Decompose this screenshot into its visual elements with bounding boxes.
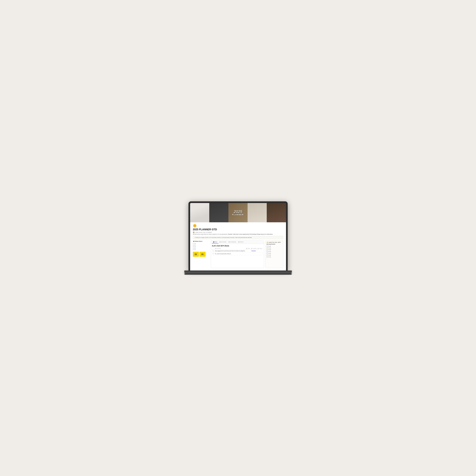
quote-banner: 🌟 Estoy en el lugar correcto, en el mome… bbox=[193, 236, 283, 239]
row-select-2 bbox=[257, 252, 263, 255]
todo-item: To-do bbox=[266, 247, 282, 249]
row-name-1: Aquí agrega todo lo que tienes que hacer… bbox=[214, 249, 246, 252]
right-panel: 🌞 HABITOS DEL MES Morning Routine To-do bbox=[265, 240, 283, 268]
metas-list: 1. List 2. List 3. List 4. List 5. List bbox=[193, 243, 210, 250]
screen-bezel: 2025 PLANNER 🌼 2025 PLANNER GTD bbox=[189, 201, 288, 271]
author-name: Odett García bbox=[195, 232, 203, 233]
hero-banner: 2025 PLANNER bbox=[190, 203, 286, 222]
table-row: Aquí agrega todo lo que tienes que hacer… bbox=[212, 249, 263, 252]
tab-ssnoze-label: Ssnoze bbox=[240, 241, 244, 242]
scene: 2025 PLANNER 🌼 2025 PLANNER GTD bbox=[184, 201, 292, 275]
todo-checkbox[interactable] bbox=[266, 256, 268, 257]
col-select: Select bbox=[257, 248, 263, 249]
sun-icon: 🌞 bbox=[266, 242, 268, 243]
list-item: 1. List bbox=[193, 243, 210, 244]
col-date: Date bbox=[246, 248, 250, 249]
list-item: 2. List bbox=[193, 244, 210, 246]
tab-accionable-label: Accionable bbox=[221, 241, 226, 242]
butterfly-icon: 🦋 bbox=[193, 240, 194, 242]
center-panel: Inbox Accionable Incubadoras bbox=[211, 240, 264, 268]
tab-incubadoras-label: Incubadoras bbox=[230, 241, 236, 242]
todo-label: To-do bbox=[268, 246, 271, 247]
page-content: 🌼 2025 PLANNER GTD Odett García Dec 13 (… bbox=[190, 222, 286, 271]
tab-incubadoras[interactable]: Incubadoras bbox=[228, 241, 237, 243]
col-name: Aa Name bbox=[214, 248, 246, 249]
table-row: 🐾 Sacar cita para baño de Bruno bbox=[212, 252, 263, 255]
page-title: 2025 PLANNER GTD bbox=[193, 228, 283, 231]
hero-text: 2025 PLANNER bbox=[232, 210, 244, 216]
todo-item: To-do bbox=[266, 249, 282, 251]
db-content: /Let's Get Sh*t Done Aa Name bbox=[211, 244, 264, 256]
hero-year: 2025 bbox=[232, 210, 244, 214]
hero-panel-4 bbox=[247, 203, 267, 222]
calendar-mini: 01 01 bbox=[193, 252, 210, 257]
todo-item: To-do bbox=[266, 245, 282, 247]
edit-date: Dec 13 (edited) bbox=[203, 232, 212, 233]
row-date-2 bbox=[246, 252, 250, 255]
todo-label: To-do bbox=[268, 255, 271, 256]
row-proyecto-2 bbox=[250, 252, 257, 255]
main-layout: 🦋 Metas Enero 1. List 2. List 3. List 4.… bbox=[193, 240, 283, 268]
todo-label: To-do bbox=[268, 251, 271, 252]
row-date-1 bbox=[246, 249, 250, 252]
habitos-title: 🌞 HABITOS DEL MES bbox=[266, 242, 282, 243]
cal-block-1: 01 bbox=[193, 252, 199, 257]
todo-label: To-do bbox=[268, 247, 271, 249]
laptop: 2025 PLANNER 🌼 2025 PLANNER GTD bbox=[184, 201, 292, 275]
db-table: Aa Name Date bbox=[212, 248, 263, 255]
todo-label: To-do bbox=[268, 249, 271, 250]
tab-ssnoze[interactable]: Ssnoze bbox=[237, 241, 245, 243]
tab-accionable-icon bbox=[219, 241, 221, 242]
tag-personal[interactable]: Personal bbox=[251, 250, 256, 252]
tab-inbox[interactable]: Inbox bbox=[212, 241, 218, 243]
screen: 2025 PLANNER 🌼 2025 PLANNER GTD bbox=[190, 203, 286, 271]
metas-title: 🦋 Metas Enero bbox=[193, 240, 210, 242]
list-item: 5. List bbox=[193, 249, 210, 250]
laptop-hinge bbox=[184, 273, 292, 275]
row-select-1 bbox=[257, 249, 263, 252]
row-checkbox-2[interactable] bbox=[212, 252, 214, 255]
list-item: 3. List bbox=[193, 246, 210, 247]
quote-text: 🌟 Estoy en el lugar correcto, en el mome… bbox=[194, 237, 252, 238]
todo-checkbox[interactable] bbox=[266, 255, 268, 256]
todo-item: To-do bbox=[266, 254, 282, 256]
todo-checkbox[interactable] bbox=[266, 246, 268, 247]
author-line: Odett García Dec 13 (edited) bbox=[193, 232, 283, 233]
todo-label: To-do bbox=[268, 253, 271, 254]
row-name-2: 🐾 Sacar cita para baño de Bruno bbox=[214, 252, 246, 255]
description-bold: Plantilla + Mini-Guía: Cómo Implementar … bbox=[228, 234, 273, 235]
hero-panel-5 bbox=[267, 203, 286, 222]
todo-item: To-do bbox=[266, 253, 282, 254]
hero-panel-2 bbox=[209, 203, 229, 222]
todo-item: To-do bbox=[266, 251, 282, 253]
laptop-base bbox=[184, 271, 292, 273]
metas-label: Metas Enero bbox=[195, 241, 203, 242]
description-line: @Odett García Logra todas tus metas y ob… bbox=[193, 234, 283, 235]
tab-inbox-icon bbox=[213, 241, 214, 242]
list-item: 4. List bbox=[193, 247, 210, 249]
tab-accionable[interactable]: Accionable bbox=[218, 241, 228, 243]
page-emoji: 🌼 bbox=[193, 224, 283, 228]
todo-checkbox[interactable] bbox=[266, 249, 268, 250]
todo-checkbox[interactable] bbox=[266, 251, 268, 252]
todo-checkbox[interactable] bbox=[266, 247, 268, 249]
left-panel: 🦋 Metas Enero 1. List 2. List 3. List 4.… bbox=[193, 240, 210, 268]
row-proyecto-1: Personal bbox=[250, 249, 257, 252]
hero-panel-1 bbox=[190, 203, 209, 222]
tab-ssnoze-icon bbox=[238, 241, 239, 242]
col-proyecto: Proyecto bbox=[250, 248, 257, 249]
tab-bar: Inbox Accionable Incubadoras bbox=[211, 241, 264, 244]
todo-item: To-do bbox=[266, 256, 282, 258]
db-heading: /Let's Get Sh*t Done bbox=[212, 245, 263, 247]
tab-incubadoras-icon bbox=[229, 241, 230, 242]
hero-panel-center: 2025 PLANNER bbox=[229, 203, 247, 222]
author-avatar bbox=[193, 232, 194, 233]
tab-inbox-label: Inbox bbox=[215, 241, 217, 242]
row-checkbox-1[interactable] bbox=[212, 249, 214, 252]
col-checkbox bbox=[212, 248, 214, 249]
todo-label: To-do bbox=[268, 256, 271, 257]
hero-planner-label: PLANNER bbox=[232, 214, 244, 216]
description-prefix: @Odett García Logra todas tus metas y ob… bbox=[193, 234, 228, 235]
todo-checkbox[interactable] bbox=[266, 253, 268, 254]
screen-content: 2025 PLANNER 🌼 2025 PLANNER GTD bbox=[190, 203, 286, 271]
